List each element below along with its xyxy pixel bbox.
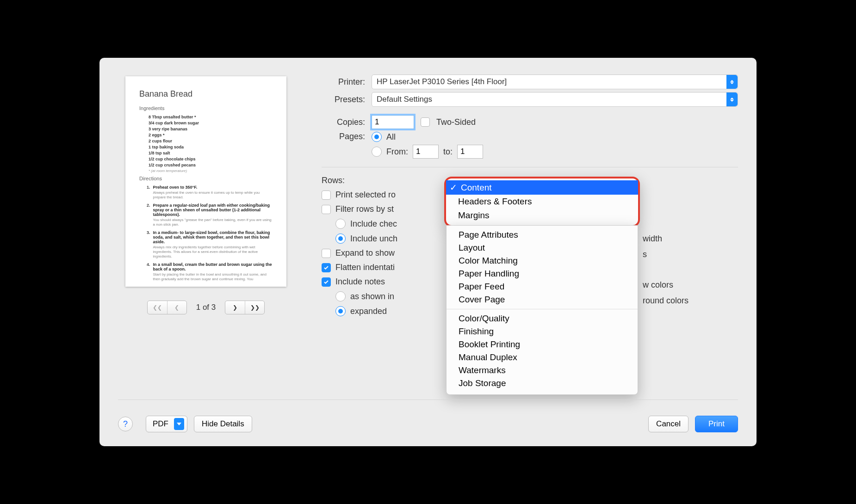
dropdown-item[interactable]: Margins	[446, 209, 638, 222]
dropdown-item[interactable]: Booklet Printing	[447, 338, 638, 351]
footer-separator	[118, 400, 738, 400]
peek-row-colors: w colors	[643, 280, 673, 290]
printer-label: Printer:	[322, 77, 365, 87]
direction-item: 1.Preheat oven to 350°F.Always preheat t…	[147, 185, 273, 200]
include-notes-label: Include notes	[335, 277, 385, 287]
preview-column: Banana Bread Ingredients 8 Tbsp unsalted…	[118, 72, 294, 321]
dropdown-item[interactable]: Finishing	[447, 325, 638, 338]
print-selected-checkbox[interactable]	[322, 191, 331, 200]
dropdown-item[interactable]: Watermarks	[447, 364, 638, 377]
dialog-footer: ? PDF Hide Details Cancel Print	[118, 416, 738, 432]
print-button[interactable]: Print	[695, 416, 738, 432]
filter-rows-checkbox[interactable]	[322, 205, 331, 214]
ingredient-item: 2 cups flour	[139, 139, 273, 143]
peek-width: width	[643, 234, 662, 244]
direction-item: 4.In a small bowl, cream the butter and …	[147, 262, 273, 282]
ingredient-item: 3 very ripe bananas	[139, 127, 273, 131]
dropdown-separator	[447, 309, 638, 309]
direction-item: 3.In a medium- to large-sized bowl, comb…	[147, 230, 273, 259]
pdf-label: PDF	[153, 419, 168, 429]
copies-input[interactable]	[372, 115, 414, 129]
pages-label: Pages:	[322, 132, 365, 141]
ingredients-heading: Ingredients	[139, 105, 273, 111]
pdf-menu-button[interactable]: PDF	[146, 416, 187, 432]
pages-all-radio[interactable]	[372, 132, 382, 142]
dropdown-item[interactable]: Paper Feed	[447, 280, 638, 293]
flatten-checkbox[interactable]	[322, 263, 331, 272]
last-page-button[interactable]: ❯❯	[245, 301, 264, 314]
preview-pager: ❮❮ ❮ 1 of 3 ❯ ❯❯	[118, 301, 294, 314]
dropdown-item[interactable]: Color/Quality	[447, 312, 638, 325]
chevron-updown-icon	[726, 75, 738, 89]
first-page-button[interactable]: ❮❮	[148, 301, 167, 314]
ingredient-item: 1/8 tsp salt	[139, 151, 273, 155]
include-checked-radio[interactable]	[335, 219, 346, 229]
copies-label: Copies:	[322, 117, 365, 127]
dropdown-item[interactable]: Color Matching	[447, 254, 638, 267]
ingredients-footnote: * (at room temperature)	[139, 169, 273, 173]
include-notes-checkbox[interactable]	[322, 277, 331, 287]
chevron-down-icon	[174, 418, 184, 430]
help-button[interactable]: ?	[118, 417, 133, 431]
flatten-label: Flatten indentati	[335, 263, 395, 272]
printer-value: HP LaserJet P3010 Series [4th Floor]	[377, 77, 507, 86]
notes-as-shown-label: as shown in	[350, 292, 394, 301]
include-unchecked-label: Include unch	[350, 234, 397, 244]
ingredient-item: 1 tsp baking soda	[139, 145, 273, 149]
presets-value: Default Settings	[377, 95, 432, 104]
pages-to-input[interactable]	[457, 145, 483, 159]
two-sided-label: Two-Sided	[436, 117, 476, 127]
notes-as-shown-radio[interactable]	[335, 291, 346, 301]
direction-item: 2.Prepare a regular-sized loaf pan with …	[147, 203, 273, 227]
section-dropdown[interactable]: Page AttributesLayoutColor MatchingPaper…	[446, 225, 638, 395]
ingredient-item: 1/2 cup crushed pecans	[139, 163, 273, 167]
pages-all-label: All	[386, 132, 396, 142]
dropdown-item[interactable]: Layout	[447, 241, 638, 254]
peek-round-colors: round colors	[643, 296, 689, 306]
dropdown-item[interactable]: Page Attributes	[447, 228, 638, 241]
ingredient-item: 3/4 cup dark brown sugar	[139, 121, 273, 125]
dropdown-item[interactable]: Paper Handling	[447, 267, 638, 280]
two-sided-checkbox[interactable]	[421, 117, 430, 127]
print-dialog: Banana Bread Ingredients 8 Tbsp unsalted…	[99, 58, 757, 446]
pages-from-label: From:	[386, 147, 408, 157]
notes-expanded-radio[interactable]	[335, 306, 346, 316]
hide-details-button[interactable]: Hide Details	[194, 416, 252, 432]
prev-page-button[interactable]: ❮	[167, 301, 186, 314]
next-page-button[interactable]: ❯	[225, 301, 245, 314]
notes-expanded-label: expanded	[350, 307, 387, 316]
include-checked-label: Include chec	[350, 219, 397, 229]
presets-select[interactable]: Default Settings	[372, 92, 738, 107]
include-unchecked-radio[interactable]	[335, 234, 346, 244]
pages-range-radio[interactable]	[372, 147, 382, 157]
ingredient-item: 8 Tbsp unsalted butter *	[139, 115, 273, 119]
presets-label: Presets:	[322, 95, 365, 104]
page-preview: Banana Bread Ingredients 8 Tbsp unsalted…	[125, 76, 286, 287]
page-indicator: 1 of 3	[196, 303, 216, 312]
chevron-updown-icon	[726, 92, 738, 106]
dropdown-item[interactable]: Headers & Footers	[446, 195, 638, 209]
printer-select[interactable]: HP LaserJet P3010 Series [4th Floor]	[372, 74, 738, 89]
expand-checkbox[interactable]	[322, 249, 331, 258]
dropdown-item[interactable]: Job Storage	[447, 377, 638, 390]
ingredient-item: 2 eggs *	[139, 133, 273, 137]
ingredient-item: 1/2 cup chocolate chips	[139, 157, 273, 161]
dropdown-item[interactable]: Content	[446, 180, 638, 195]
pages-from-input[interactable]	[413, 145, 439, 159]
doc-title: Banana Bread	[139, 89, 273, 99]
peek-s: s	[643, 250, 647, 259]
section-dropdown-highlight: ContentHeaders & FootersMargins	[444, 177, 640, 227]
expand-label: Expand to show	[335, 248, 395, 258]
print-selected-label: Print selected ro	[335, 190, 396, 200]
dropdown-item[interactable]: Cover Page	[447, 293, 638, 306]
dropdown-item[interactable]: Manual Duplex	[447, 351, 638, 364]
directions-heading: Directions	[139, 176, 273, 181]
cancel-button[interactable]: Cancel	[648, 416, 689, 432]
pages-to-label: to:	[443, 147, 453, 157]
filter-rows-label: Filter rows by st	[335, 204, 394, 214]
